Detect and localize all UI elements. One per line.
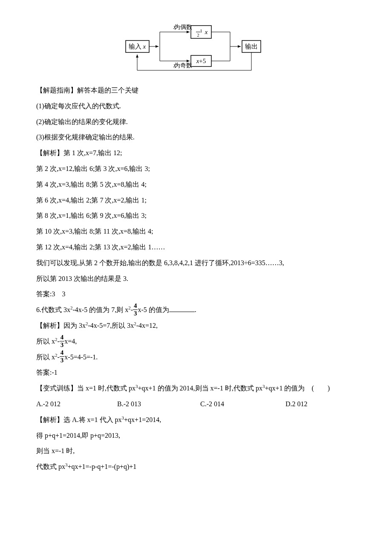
svg-text:输入 x: 输入 x [129, 43, 146, 50]
option-b: B.-2 013 [117, 396, 200, 412]
svg-text:1: 1 [200, 28, 202, 33]
guide-item-2: (2)确定输出的结果的变化规律. [36, 114, 356, 130]
analysis-line-2: 第 2 次,x=12,输出 6;第 3 次,x=6,输出 3; [36, 161, 356, 177]
svg-text:x+5: x+5 [196, 58, 206, 64]
guide-item-1: (1)确定每次应代入的代数式. [36, 98, 356, 114]
svg-text:x: x [205, 29, 208, 35]
analysis-6-line-2: 所以 x2-43x=4, [36, 334, 356, 350]
variant-analysis-3: 则当 x=-1 时, [36, 443, 356, 459]
variant-analysis-1: 【解析】选 A.将 x=1 代入 px3+qx+1=2014, [36, 412, 356, 428]
analysis-line-5: 第 8 次,x=1,输出 6;第 9 次,x=6,输出 3; [36, 208, 356, 224]
guide-item-3: (3)根据变化规律确定输出的结果. [36, 130, 356, 145]
answer-6: 答案:-1 [36, 365, 356, 381]
analysis-line-7: 第 12 次,x=4,输出 2;第 13 次,x=2,输出 1…… [36, 240, 356, 255]
svg-text:为奇数: 为奇数 [174, 62, 192, 69]
svg-text:为偶数: 为偶数 [174, 24, 192, 30]
analysis-line-3: 第 4 次,x=3,输出 8;第 5 次,x=8,输出 4; [36, 177, 356, 193]
analysis-line-6: 第 10 次,x=3,输出 8;第 11 次,x=8,输出 4; [36, 224, 356, 240]
analysis-line-9: 所以第 2013 次输出的结果是 3. [36, 271, 356, 287]
options-row: A.-2 012 B.-2 013 C.-2 014 D.2 012 [36, 396, 356, 412]
svg-text:2: 2 [197, 32, 199, 38]
analysis-line-8: 我们可以发现,从第 2 个数开始,输出的数是 6,3,8,4,2,1 进行了循环… [36, 255, 356, 271]
variant-question: 【变式训练】当 x=1 时,代数式 px3+qx+1 的值为 2014,则当 x… [36, 381, 356, 396]
analysis-6-line-1: 【解析】因为 3x2-4x-5=7,所以 3x2-4x=12, [36, 318, 356, 334]
analysis-line-1: 【解析】第 1 次,x=7,输出 12; [36, 145, 356, 161]
option-a: A.-2 012 [36, 396, 117, 412]
answer-5: 答案:3 3 [36, 286, 356, 302]
guide-title: 【解题指南】解答本题的三个关键 [36, 83, 356, 98]
question-6: 6.代数式 3x2-4x-5 的值为 7,则 x2-43x-5 的值为. [36, 302, 356, 318]
variant-analysis-2: 得 p+q+1=2014,即 p+q=2013, [36, 428, 356, 444]
svg-text:输出: 输出 [245, 43, 258, 50]
variant-analysis-4: 代数式 px3+qx+1=-p-q+1=-(p+q)+1 [36, 459, 356, 475]
analysis-6-line-3: 所以 x2-43x-5=4-5=-1. [36, 350, 356, 365]
option-c: C.-2 014 [200, 396, 285, 412]
flowchart-diagram: 输入 x x 为偶数 1 2 x x 为奇数 x+5 输出 [36, 21, 356, 72]
analysis-line-4: 第 6 次,x=4,输出 2;第 7 次,x=2,输出 1; [36, 193, 356, 208]
option-d: D.2 012 [285, 396, 308, 412]
fill-blank [169, 305, 195, 312]
